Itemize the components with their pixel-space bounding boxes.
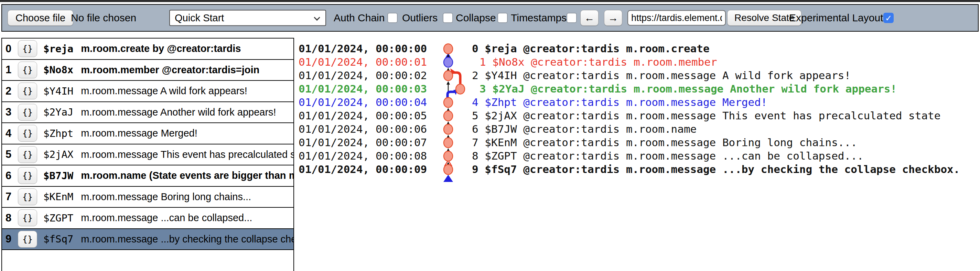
timeline-row[interactable]: 01/01/2024, 00:00:099 $fSq7 @creator:tar… (0, 163, 980, 176)
event-index: 8 (5, 212, 18, 224)
outliers-checkbox[interactable] (443, 13, 453, 23)
dag-node[interactable] (444, 98, 453, 108)
choose-file-button[interactable]: Choose file (8, 10, 73, 26)
timeline-row[interactable]: 01/01/2024, 00:00:011 $No8x @creator:tar… (0, 55, 980, 69)
json-button[interactable]: {} (18, 188, 37, 205)
dag-node[interactable] (444, 138, 453, 148)
dag-node[interactable] (444, 71, 453, 81)
window-top-strip (0, 0, 980, 2)
auth-chain-label: Auth Chain (334, 12, 385, 24)
dag-node[interactable] (444, 124, 453, 134)
event-line: 2 $Y4IH @creator:tardis m.room.message A… (472, 69, 851, 82)
event-index: 9 (5, 233, 18, 245)
timeline-row[interactable]: 01/01/2024, 00:00:077 $KEnM @creator:tar… (0, 136, 980, 149)
dag-edge (453, 73, 460, 84)
outliers-label: Outliers (402, 12, 438, 24)
timestamps-checkbox[interactable] (566, 13, 577, 23)
event-row[interactable]: 8{}$ZGPTm.room.message ...can be collaps… (2, 208, 293, 229)
event-index: 7 (5, 191, 18, 203)
timeline-row[interactable]: 01/01/2024, 00:00:022 $Y4IH @creator:tar… (0, 69, 980, 82)
timeline-row[interactable]: 01/01/2024, 00:00:088 $ZGPT @creator:tar… (0, 149, 980, 163)
no-file-chosen-text: No file chosen (71, 12, 136, 24)
dag-graph (437, 38, 482, 189)
toolbar: Choose file No file chosen Quick Start A… (2, 4, 978, 32)
event-summary: m.room.message ...can be collapsed... (81, 212, 252, 223)
event-line: 0 $reja @creator:tardis m.room.create (472, 42, 710, 55)
timestamp: 01/01/2024, 00:00:06 (299, 123, 427, 136)
timestamp: 01/01/2024, 00:00:02 (299, 69, 427, 82)
timestamp: 01/01/2024, 00:00:04 (299, 96, 427, 109)
event-summary: m.room.message Boring long chains... (81, 191, 251, 202)
experimental-layout-checkbox[interactable]: ✓ (883, 13, 894, 23)
forward-button[interactable]: → (604, 10, 622, 26)
timestamp: 01/01/2024, 00:00:00 (299, 42, 427, 55)
timeline-row[interactable]: 01/01/2024, 00:00:000 $reja @creator:tar… (0, 42, 980, 55)
dag-node[interactable] (444, 111, 453, 121)
dag-arrowhead (447, 81, 450, 84)
event-line: 3 $2YaJ @creator:tardis m.room.message A… (479, 82, 897, 96)
event-row[interactable]: 9{}$fSq7m.room.message ...by checking th… (2, 229, 293, 250)
event-line: 9 $fSq7 @creator:tardis m.room.message .… (472, 163, 960, 176)
timeline-row[interactable]: 01/01/2024, 00:00:044 $Zhpt @creator:tar… (0, 96, 980, 109)
timeline-row[interactable]: 01/01/2024, 00:00:055 $2jAX @creator:tar… (0, 109, 980, 123)
dag-arrowhead (443, 175, 453, 182)
event-line: 6 $B7JW @creator:tardis m.room.name (472, 123, 697, 136)
dag-node[interactable] (444, 151, 453, 161)
timestamp: 01/01/2024, 00:00:05 (299, 109, 427, 123)
timestamp: 01/01/2024, 00:00:03 (299, 82, 427, 96)
event-line: 5 $2jAX @creator:tardis m.room.message T… (472, 109, 940, 123)
back-button[interactable]: ← (580, 10, 598, 26)
event-line: 7 $KEnM @creator:tardis m.room.message B… (472, 136, 857, 149)
collapse-label: Collapse (456, 12, 496, 24)
dag-edge (447, 92, 454, 98)
timestamps-label: Timestamps (511, 12, 566, 24)
dag-node[interactable] (444, 165, 453, 175)
timeline-panel: 01/01/2024, 00:00:000 $reja @creator:tar… (0, 38, 980, 189)
timestamp: 01/01/2024, 00:00:07 (299, 136, 427, 149)
timestamp: 01/01/2024, 00:00:08 (299, 149, 427, 163)
chevron-down-icon (314, 14, 320, 21)
auth-chain-checkbox[interactable] (387, 13, 398, 23)
event-line: 8 $ZGPT @creator:tardis m.room.message .… (472, 149, 863, 163)
timeline-row[interactable]: 01/01/2024, 00:00:033 $2YaJ @creator:tar… (0, 82, 980, 96)
dag-node[interactable] (444, 57, 453, 67)
preset-select[interactable]: Quick Start (169, 10, 326, 26)
event-line: 4 $Zhpt @creator:tardis m.room.message M… (472, 96, 767, 109)
event-summary: m.room.message ...by checking the collap… (81, 234, 293, 245)
event-id: $fSq7 (43, 233, 73, 245)
preset-selected-value: Quick Start (175, 13, 224, 24)
json-button[interactable]: {} (18, 231, 37, 248)
collapse-checkbox[interactable] (497, 13, 508, 23)
server-url-input[interactable] (627, 10, 726, 26)
event-line: 1 $No8x @creator:tardis m.room.member (479, 55, 717, 69)
timeline-row[interactable]: 01/01/2024, 00:00:066 $B7JW @creator:tar… (0, 123, 980, 136)
dag-node[interactable] (456, 84, 465, 94)
timestamp: 01/01/2024, 00:00:09 (299, 163, 427, 176)
json-button[interactable]: {} (18, 209, 37, 226)
event-id: $KEnM (43, 191, 73, 202)
timestamp: 01/01/2024, 00:00:01 (299, 55, 427, 69)
event-id: $ZGPT (43, 212, 73, 224)
experimental-layout-label: Experimental Layout (789, 12, 883, 24)
event-row[interactable]: 7{}$KEnMm.room.message Boring long chain… (2, 187, 293, 208)
dag-node[interactable] (444, 44, 453, 54)
